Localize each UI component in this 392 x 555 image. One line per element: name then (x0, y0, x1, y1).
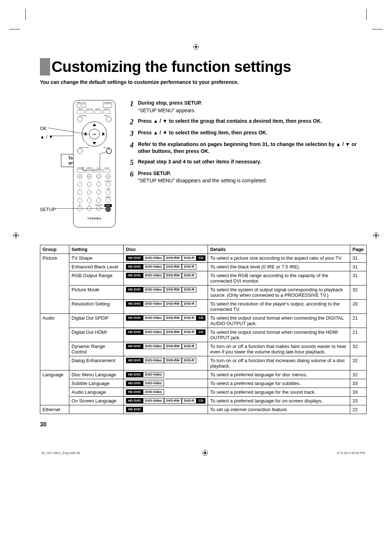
cell-group: Language (40, 370, 69, 405)
cell-page: 20 (350, 300, 367, 314)
print-footer: 00_HD A3KU_Eng.indd 30 07.8.20 4:40:09 P… (40, 450, 367, 456)
cell-page: 22 (350, 405, 367, 414)
step-item: 6Press SETUP.“SETUP MENU” disappears and… (127, 170, 367, 185)
disc-tag-cd: CD (196, 329, 205, 335)
svg-text:DISPLAY: DISPLAY (104, 108, 110, 110)
disc-tag-hddvd: HD DVD (126, 389, 143, 395)
disc-tag-dvdrw: DVD-RW (164, 273, 182, 278)
step-number: 5 (127, 158, 134, 166)
svg-text:SUBTITLE: SUBTITLE (86, 108, 93, 110)
svg-text:TOSHIBA: TOSHIBA (87, 217, 101, 220)
cell-disc: HD DVDDVD-VideoDVD-RWDVD-RCD (124, 328, 208, 342)
disc-tag-dvdrw: DVD-RW (164, 301, 182, 307)
svg-text:REPEAT: REPEAT (78, 167, 83, 169)
disc-tag-hddvd: HD DVD (126, 381, 143, 386)
table-row: EthernetHD DVDTo set up internet connect… (40, 405, 367, 414)
cell-details: To select the system of output signal co… (208, 285, 350, 300)
svg-text:D: D (107, 175, 109, 178)
print-registration-mark-icon (13, 232, 19, 239)
disc-tag-hddvd: HD DVD (126, 358, 143, 363)
step-item: 5Repeat step 3 and 4 to set other items … (127, 158, 367, 166)
disc-tag-dvdrw: DVD-RW (164, 315, 182, 321)
svg-text:CURSOR: CURSOR (86, 167, 92, 169)
cell-details: To select the output sound format when c… (208, 314, 350, 328)
disc-tag-hddvd: HD DVD (126, 407, 143, 412)
table-row: RGB Output RangeHD DVDDVD-VideoDVD-RWDVD… (40, 271, 367, 285)
disc-tag-dvdvideo: DVD-Video (143, 287, 164, 292)
cell-group: Picture (40, 254, 69, 314)
cell-details: To turn on or off a function that makes … (208, 342, 350, 356)
footer-timestamp: 07.8.20 4:40:09 PM (336, 451, 365, 455)
table-row: Enhanced Black LevelHD DVDDVD-VideoDVD-R… (40, 263, 367, 271)
cell-setting: RGB Output Range (69, 271, 124, 285)
print-registration-mark-icon (373, 232, 379, 239)
disc-tag-dvdrw: DVD-RW (164, 329, 182, 335)
remote-label-setup: SETUP (40, 207, 56, 212)
disc-tag-dvdvideo: DVD-Video (143, 372, 164, 377)
cell-setting: Digital Out HDMI (69, 328, 124, 342)
svg-text:NAVI/MGR: NAVI/MGR (95, 204, 102, 206)
svg-text:ANGLE: ANGLE (95, 108, 101, 110)
disc-tag-cd: CD (196, 398, 205, 404)
disc-tag-cd: CD (196, 315, 205, 321)
step-number: 4 (127, 141, 134, 155)
disc-tag-hddvd: HD DVD (126, 372, 143, 377)
disc-tag-hddvd: HD DVD (126, 315, 143, 321)
cell-details: To turn on or off a function that increa… (208, 356, 350, 370)
disc-tag-dvdrw: DVD-RW (164, 358, 182, 363)
step-text: Press ▲ / ▼ to select the setting item, … (138, 129, 268, 137)
step-head: Repeat step 3 and 4 to set other items i… (138, 158, 261, 165)
step-body: “SETUP MENU” disappears and the setting … (138, 177, 267, 184)
step-text: During stop, press SETUP.“SETUP MENU” ap… (138, 100, 202, 114)
cell-setting: Subtitle Language (69, 379, 124, 388)
disc-tag-dvdvideo: DVD-Video (143, 315, 164, 321)
svg-text:DIMMER: DIMMER (105, 196, 111, 198)
cell-disc: HD DVD (124, 405, 208, 414)
table-row: Picture ModeHD DVDDVD-VideoDVD-RWDVD-RTo… (40, 285, 367, 300)
cell-setting (69, 405, 124, 414)
svg-text:C: C (98, 175, 99, 178)
disc-tag-dvdvideo: DVD-Video (143, 301, 164, 307)
intro-text: You can change the default settings to c… (40, 79, 367, 85)
step-text: Refer to the explanations on pages begin… (138, 141, 367, 155)
svg-text:SLOW: SLOW (105, 167, 109, 169)
svg-text:II►: II► (97, 167, 99, 169)
step-head: Refer to the explanations on pages begin… (138, 141, 367, 155)
remote-label-ok: OK (40, 126, 47, 131)
cell-details: To select a preferred language for the s… (208, 388, 350, 397)
svg-point-84 (106, 207, 111, 212)
cell-setting: Dialog Enhancement (69, 356, 124, 370)
svg-text:MENU: MENU (104, 115, 108, 117)
disc-tag-dvdrw: DVD-RW (164, 255, 182, 261)
cell-setting: Dynamic Range Control (69, 342, 124, 356)
table-row: Audio LanguageHD DVDDVD-VideoTo select a… (40, 388, 367, 397)
cell-page: 31 (350, 271, 367, 285)
cell-page: 32 (350, 285, 367, 300)
disc-tag-dvdr: DVD-R (182, 344, 197, 349)
disc-tag-dvdr: DVD-R (182, 398, 197, 404)
disc-tag-dvdrw: DVD-RW (164, 398, 182, 404)
cell-page: 21 (350, 328, 367, 342)
cell-page: 32 (350, 370, 367, 379)
svg-text:T.SEARCH: T.SEARCH (105, 180, 112, 182)
disc-tag-dvdrw: DVD-RW (164, 344, 182, 349)
disc-tag-dvdrw: DVD-RW (164, 264, 182, 270)
cell-page: 33 (350, 397, 367, 405)
disc-tag-hddvd: HD DVD (126, 398, 143, 404)
cell-setting: TV Shape (69, 254, 124, 263)
disc-tag-hddvd: HD DVD (126, 287, 143, 292)
disc-tag-dvdr: DVD-R (182, 287, 197, 292)
cell-group: Audio (40, 314, 69, 370)
table-row: On Screen LanguageHD DVDDVD-VideoDVD-RWD… (40, 397, 367, 405)
cell-disc: HD DVDDVD-VideoDVD-RWDVD-R (124, 285, 208, 300)
step-text: Press SETUP.“SETUP MENU” disappears and … (138, 170, 267, 185)
disc-tag-hddvd: HD DVD (126, 344, 143, 349)
step-text: Press ▲ / ▼ to select the group that con… (138, 118, 322, 126)
cell-page: 33 (350, 379, 367, 388)
print-registration-mark-icon (193, 44, 199, 50)
step-head: During stop, press SETUP. (138, 100, 202, 106)
table-row: LanguageDisc Menu LanguageHD DVDDVD-Vide… (40, 370, 367, 379)
svg-text:TOP MENU: TOP MENU (79, 115, 87, 117)
cell-setting: Digital Out SPDIF (69, 314, 124, 328)
svg-text:Q: Q (89, 204, 90, 206)
